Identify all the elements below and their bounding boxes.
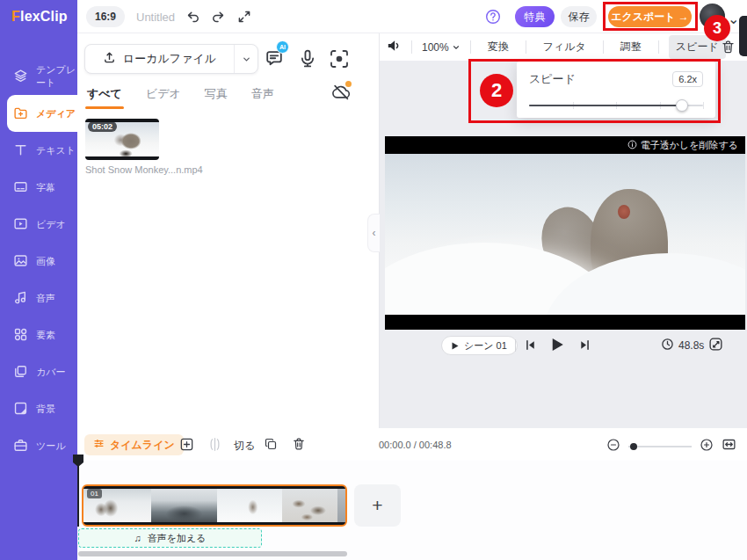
filmstrip-frame [337, 489, 345, 522]
timeline-video-clip[interactable]: 01 [82, 484, 347, 527]
logo-text: lexClip [20, 9, 68, 24]
zoom-value: 100% [422, 41, 449, 54]
templates-icon [13, 69, 28, 85]
skip-forward-icon[interactable] [578, 338, 591, 355]
playhead-line[interactable] [77, 455, 79, 527]
add-scene-icon[interactable] [179, 437, 194, 455]
toolbox-icon [13, 438, 28, 455]
sidebar-item-label: 音声 [36, 292, 55, 305]
sidebar-item-image[interactable]: 画像 [0, 243, 77, 280]
background-icon [13, 401, 28, 418]
letterbox-bottom [385, 315, 745, 330]
speed-slider[interactable] [529, 99, 703, 112]
sidebar-item-text[interactable]: テキスト [0, 132, 77, 169]
timeline-zoom-controls [606, 437, 736, 455]
upload-options-caret[interactable] [234, 45, 257, 73]
trash-icon[interactable] [292, 437, 306, 455]
scene-selector[interactable]: シーン 01 [441, 336, 518, 355]
tab-all[interactable]: すべて [87, 86, 122, 109]
video-preview-frame[interactable]: 電子透かしを削除する [385, 136, 745, 330]
flexclip-logo[interactable]: FlexClip [11, 9, 68, 25]
sidebar-item-background[interactable]: 背景 [0, 390, 77, 427]
fit-to-screen-icon[interactable] [722, 437, 736, 455]
cover-icon [13, 364, 28, 381]
video-content [385, 154, 745, 315]
timeline-sliders-icon [93, 438, 105, 452]
screen-record-icon[interactable] [329, 48, 350, 73]
zoom-in-icon[interactable] [700, 438, 714, 455]
tab-adjust[interactable]: 調整 [613, 35, 649, 59]
divider [603, 40, 604, 54]
slider-tick [703, 102, 704, 109]
project-title[interactable]: Untitled [136, 11, 175, 24]
sidebar: FlexClip テンプレート メディア テキスト 字幕 ビデオ [0, 0, 77, 560]
text-icon [13, 142, 28, 159]
redo-icon[interactable] [211, 10, 225, 27]
premium-button[interactable]: 特典 [515, 6, 555, 27]
zoom-slider-knob[interactable] [630, 443, 637, 450]
timecode-display: 00:00.0 / 00:48.8 [379, 440, 452, 450]
add-audio-dropzone[interactable]: ♫ 音声を加える [78, 528, 262, 548]
speed-slider-handle[interactable] [676, 99, 688, 112]
microphone-icon[interactable] [297, 48, 318, 73]
sidebar-item-label: カバー [36, 366, 66, 379]
sidebar-item-tools[interactable]: ツール [0, 427, 77, 464]
local-file-upload-button[interactable]: ローカルファイル [84, 44, 258, 74]
timeline-horizontal-scrollbar[interactable] [78, 551, 347, 556]
fullscreen-expand-icon[interactable] [237, 10, 251, 27]
preview-zoom-select[interactable]: 100% [422, 41, 461, 54]
remove-watermark-link[interactable]: 電子透かしを削除する [641, 139, 738, 152]
collapse-icon: ‹ [373, 227, 376, 239]
sidebar-item-video[interactable]: ビデオ [0, 206, 77, 243]
tab-audio[interactable]: 音声 [251, 86, 274, 109]
speed-popup: スピード 6.2x [517, 62, 715, 118]
delete-clip-icon[interactable] [721, 40, 736, 58]
play-icon[interactable] [548, 336, 566, 357]
sidebar-item-elements[interactable]: 要素 [0, 316, 77, 353]
split-icon[interactable] [207, 437, 222, 455]
vertical-scrollbar-thumb[interactable] [739, 16, 747, 56]
scene-play-icon [452, 342, 459, 350]
media-tabs: すべて ビデオ 写真 音声 [87, 86, 274, 109]
sidebar-item-templates[interactable]: テンプレート [0, 58, 77, 95]
annotation-step-2: 2 [480, 74, 513, 107]
undo-icon[interactable] [186, 10, 200, 27]
music-note-icon: ♫ [134, 533, 141, 543]
media-folder-icon [13, 105, 28, 122]
panel-collapse-handle[interactable]: ‹ [367, 214, 380, 252]
upload-label: ローカルファイル [123, 51, 216, 67]
tab-photo[interactable]: 写真 [205, 86, 228, 109]
sidebar-item-audio[interactable]: 音声 [0, 280, 77, 316]
timeline-mode-button[interactable]: タイムライン [84, 434, 184, 455]
fullscreen-icon[interactable] [708, 337, 723, 355]
tab-filter[interactable]: フィルタ [536, 35, 593, 59]
aspect-ratio-button[interactable]: 16:9 [86, 6, 125, 27]
filmstrip-frame [282, 489, 337, 522]
sidebar-item-label: 背景 [36, 403, 55, 416]
scene-label: シーン 01 [464, 339, 507, 353]
sidebar-item-subtitles[interactable]: 字幕 [0, 169, 77, 206]
duration-badge: 05:02 [88, 121, 117, 132]
duplicate-icon[interactable] [264, 437, 278, 455]
speed-value[interactable]: 6.2x [672, 71, 703, 87]
skip-back-icon[interactable] [524, 338, 537, 355]
cut-button[interactable]: 切る [234, 439, 255, 454]
flexclip-editor-window: FlexClip テンプレート メディア テキスト 字幕 ビデオ [0, 0, 747, 560]
monkey-face [618, 205, 630, 219]
zoom-out-icon[interactable] [606, 438, 620, 455]
tab-transform[interactable]: 変換 [481, 35, 516, 59]
ai-badge: AI [276, 40, 289, 54]
sidebar-item-media[interactable]: メディア [7, 95, 77, 132]
export-button[interactable]: エクスポート → [608, 6, 692, 27]
annotation-step-3: 3 [704, 15, 730, 41]
tab-video[interactable]: ビデオ [146, 86, 181, 109]
add-clip-button[interactable]: + [354, 484, 401, 527]
save-button[interactable]: 保存 [561, 6, 597, 27]
volume-icon[interactable] [386, 38, 402, 57]
timeline-zoom-slider[interactable] [628, 442, 692, 451]
shapes-icon [13, 327, 28, 344]
help-icon[interactable] [485, 9, 501, 28]
timeline-label: タイムライン [110, 438, 175, 453]
upload-icon [103, 51, 116, 67]
sidebar-item-cover[interactable]: カバー [0, 353, 77, 390]
